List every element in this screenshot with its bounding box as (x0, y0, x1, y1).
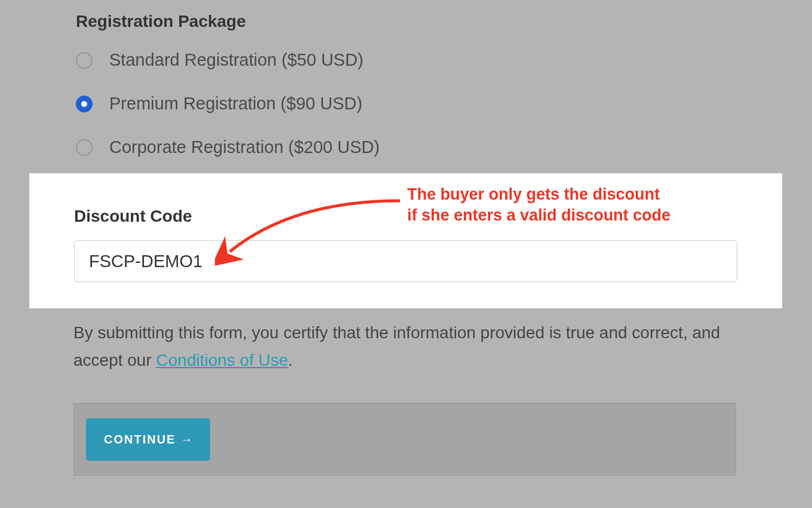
arrow-right-icon: → (180, 433, 192, 446)
radio-label: Premium Registration ($90 USD) (109, 94, 362, 114)
radio-option-corporate[interactable]: Corporate Registration ($200 USD) (76, 137, 736, 157)
continue-button-label: CONTINUE (104, 433, 176, 446)
radio-icon-selected (76, 96, 93, 112)
form-container: Registration Package Standard Registrati… (0, 0, 812, 157)
radio-icon (76, 139, 93, 156)
disclaimer-text: By submitting this form, you certify tha… (73, 319, 736, 374)
package-heading: Registration Package (76, 12, 736, 31)
package-radio-group: Standard Registration ($50 USD) Premium … (76, 50, 736, 157)
disclaimer-suffix: . (288, 351, 293, 369)
conditions-of-use-link[interactable]: Conditions of Use (156, 351, 288, 369)
annotation-line2: if she enters a valid discount code (407, 206, 670, 224)
radio-option-standard[interactable]: Standard Registration ($50 USD) (76, 50, 736, 70)
radio-option-premium[interactable]: Premium Registration ($90 USD) (76, 94, 736, 114)
continue-button[interactable]: CONTINUE → (86, 418, 210, 461)
button-bar: CONTINUE → (73, 403, 736, 476)
annotation-text: The buyer only gets the discount if she … (407, 184, 670, 226)
discount-code-input[interactable] (74, 240, 737, 282)
radio-label: Standard Registration ($50 USD) (109, 50, 364, 70)
annotation-line1: The buyer only gets the discount (407, 185, 660, 203)
radio-icon (76, 52, 93, 69)
lower-block: By submitting this form, you certify tha… (73, 319, 736, 476)
radio-label: Corporate Registration ($200 USD) (109, 137, 380, 157)
